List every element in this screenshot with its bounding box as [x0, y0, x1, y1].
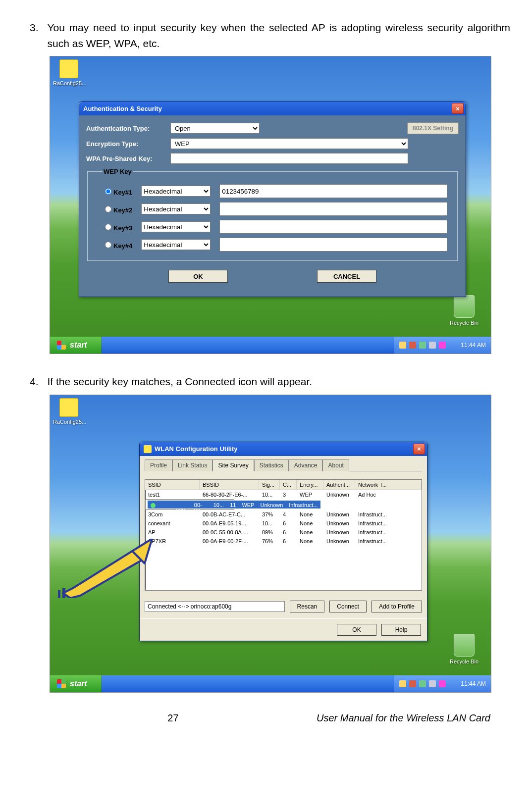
col-network-type[interactable]: Network T... — [355, 480, 422, 490]
rescan-button[interactable]: Rescan — [290, 601, 325, 612]
tab-advance[interactable]: Advance — [289, 459, 323, 471]
wep-key-2-input[interactable] — [219, 202, 447, 216]
col-signal[interactable]: Sig... — [259, 480, 280, 490]
wep-key-4-input[interactable] — [219, 238, 447, 252]
wpa-psk-input[interactable] — [170, 153, 408, 164]
wep-key-1-radio-label[interactable]: Key#1 — [103, 187, 132, 196]
wep-key-2-format[interactable]: Hexadecimal — [141, 203, 211, 214]
wep-key-4-radio-label[interactable]: Key#4 — [103, 240, 132, 250]
table-row[interactable]: AP7XR00-0A-E9-00-2F-...76%6NoneUnknownIn… — [145, 537, 422, 546]
add-to-profile-button[interactable]: Add to Profile — [371, 601, 422, 612]
recycle-bin-label: Recycle Bin — [446, 320, 482, 326]
table-cell: 37% — [259, 510, 280, 519]
table-cell: Unknown — [323, 519, 355, 528]
clock: 11:44 AM — [461, 680, 486, 687]
desktop-shortcut-raconfig[interactable]: RaConfig25... — [53, 398, 85, 425]
table-cell: orinoco:ap600g — [148, 501, 191, 508]
network-list[interactable]: SSID BSSID Sig... C... Encry... Authent.… — [145, 479, 422, 591]
taskbar: start 11:44 AM — [50, 675, 491, 692]
wep-key-3-radio[interactable] — [105, 224, 111, 230]
close-icon[interactable]: × — [413, 444, 425, 455]
tab-site-survey[interactable]: Site Survey — [212, 459, 254, 471]
tab-statistics[interactable]: Statistics — [254, 459, 289, 471]
help-button[interactable]: Help — [381, 624, 421, 636]
system-tray[interactable]: 11:44 AM — [394, 675, 491, 692]
windows-flag-icon — [57, 341, 66, 350]
screenshot-auth-security: RaConfig25... Recycle Bin Authentication… — [50, 56, 491, 354]
wep-key-1-format[interactable]: Hexadecimal — [141, 186, 211, 197]
tray-icon[interactable] — [409, 342, 416, 349]
auth-type-select[interactable]: Open — [170, 123, 260, 134]
desktop-shortcut-raconfig[interactable]: RaConfig25... — [53, 59, 85, 86]
table-cell: None — [297, 528, 323, 537]
wep-key-1-radio[interactable] — [105, 188, 111, 195]
table-cell: Infrastruct... — [355, 510, 422, 519]
recycle-bin[interactable]: Recycle Bin — [446, 295, 482, 326]
tray-icon[interactable] — [429, 680, 436, 687]
tab-profile[interactable]: Profile — [145, 459, 172, 471]
table-cell: AP — [145, 528, 200, 537]
ok-button[interactable]: OK — [337, 624, 376, 636]
tray-icon[interactable] — [439, 342, 446, 349]
tray-icon[interactable] — [429, 342, 436, 349]
col-bssid[interactable]: BSSID — [200, 480, 259, 490]
ok-button[interactable]: OK — [168, 270, 228, 283]
table-cell: 6 — [280, 528, 297, 537]
close-icon[interactable]: × — [452, 103, 464, 114]
table-cell: Infrastruct... — [355, 537, 422, 546]
raconfig-icon — [59, 398, 78, 417]
windows-flag-icon — [57, 679, 66, 688]
tray-icon[interactable] — [439, 680, 446, 687]
tray-icon[interactable] — [409, 680, 416, 687]
table-row[interactable]: 3Com00-0B-AC-E7-C...37%4NoneUnknownInfra… — [145, 510, 422, 519]
table-row[interactable]: AP00-0C-55-00-8A-...89%6NoneUnknownInfra… — [145, 528, 422, 537]
auth-security-dialog: Authentication & Security × Authenticati… — [79, 101, 466, 297]
table-cell: Infrastruct... — [286, 501, 320, 508]
start-button[interactable]: start — [50, 675, 102, 692]
col-encryption[interactable]: Encry... — [297, 480, 323, 490]
tray-icon[interactable] — [399, 680, 406, 687]
wep-key-3-format[interactable]: Hexadecimal — [141, 221, 211, 232]
table-cell: 10... — [259, 490, 280, 499]
wep-key-2-radio-label[interactable]: Key#2 — [103, 204, 132, 214]
raconfig-label: RaConfig25... — [53, 419, 85, 425]
step-4: 4. If the security key matches, a Connec… — [30, 374, 510, 390]
encryption-type-select[interactable]: WEP — [170, 138, 408, 149]
step-3: 3. You may need to input security key wh… — [30, 20, 510, 51]
raconfig-label: RaConfig25... — [53, 80, 85, 86]
dialog-title: Authentication & Security — [83, 105, 162, 112]
start-button[interactable]: start — [50, 337, 102, 354]
wep-key-group: WEP Key Key#1 Hexadecimal Key#2 Hexadeci… — [87, 168, 458, 261]
wlan-config-dialog: WLAN Configuration Utility × Profile Lin… — [139, 442, 427, 641]
wep-key-2-radio[interactable] — [105, 206, 111, 212]
dialog-titlebar[interactable]: WLAN Configuration Utility × — [140, 442, 427, 456]
table-row[interactable]: orinoco:ap600g00-20-A6-4F-4D-...10...11W… — [145, 499, 234, 510]
col-channel[interactable]: C... — [280, 480, 297, 490]
table-cell: 6 — [280, 519, 297, 528]
table-row[interactable]: test166-80-30-2F-E6-...10...3WEPUnknownA… — [145, 490, 422, 499]
wep-key-3-input[interactable] — [219, 220, 447, 234]
step-3-number: 3. — [30, 20, 39, 51]
wep-key-3-radio-label[interactable]: Key#3 — [103, 222, 132, 232]
tab-about[interactable]: About — [322, 459, 349, 471]
recycle-bin-label: Recycle Bin — [446, 659, 482, 664]
tray-icon[interactable] — [419, 342, 426, 349]
wep-key-1-input[interactable] — [219, 184, 447, 198]
tray-icon[interactable] — [419, 680, 426, 687]
table-row[interactable]: conexant00-0A-E9-05-19-...10...6NoneUnkn… — [145, 519, 422, 528]
page-footer: 27 User Manual for the Wireless LAN Card — [30, 712, 510, 724]
system-tray[interactable]: 11:44 AM — [394, 337, 491, 354]
wep-key-4-format[interactable]: Hexadecimal — [141, 239, 211, 250]
wep-key-4-radio[interactable] — [105, 242, 111, 248]
recycle-bin[interactable]: Recycle Bin — [446, 634, 482, 664]
dialog-titlebar[interactable]: Authentication & Security × — [79, 102, 466, 115]
table-cell: Unknown — [323, 528, 355, 537]
connect-button[interactable]: Connect — [329, 601, 367, 612]
col-auth[interactable]: Authent... — [323, 480, 355, 490]
table-cell: None — [297, 519, 323, 528]
table-cell: conexant — [145, 519, 200, 528]
col-ssid[interactable]: SSID — [145, 480, 200, 490]
tray-icon[interactable] — [399, 342, 406, 349]
cancel-button[interactable]: CANCEL — [317, 270, 376, 283]
tab-link-status[interactable]: Link Status — [172, 459, 212, 471]
